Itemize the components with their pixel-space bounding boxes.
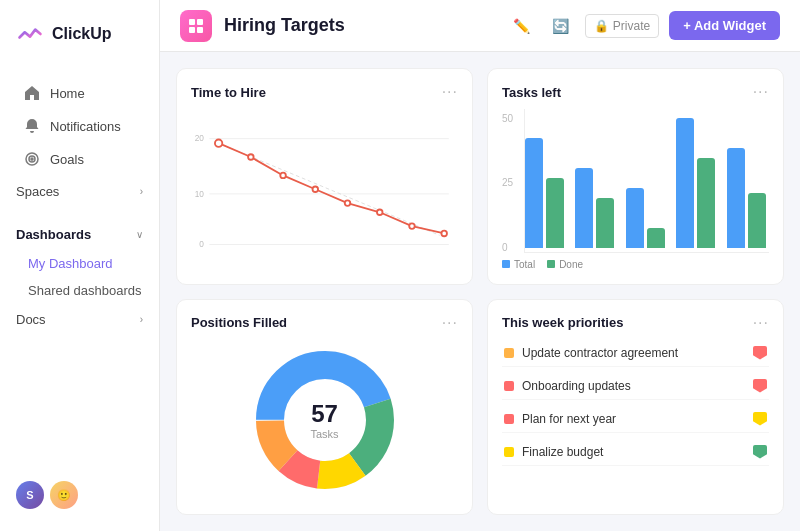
time-to-hire-menu-icon[interactable]: ··· — [442, 83, 458, 101]
priority-flag-2 — [753, 412, 767, 426]
priority-item: Plan for next year — [502, 406, 769, 433]
logo-area: ClickUp — [0, 12, 159, 64]
bar-group-3 — [626, 188, 668, 248]
donut-center: 57 Tasks — [310, 400, 338, 440]
svg-text:0: 0 — [199, 240, 204, 249]
svg-point-18 — [345, 200, 351, 206]
priority-dot-2 — [504, 414, 514, 424]
sidebar-item-goals-label: Goals — [50, 152, 84, 167]
header-left: Hiring Targets — [180, 10, 345, 42]
bar-done-1 — [546, 178, 564, 248]
bell-icon — [24, 118, 40, 134]
avatar-s[interactable]: S — [16, 481, 44, 509]
svg-text:20: 20 — [195, 134, 205, 143]
priorities-menu-icon[interactable]: ··· — [753, 314, 769, 332]
clickup-logo-icon — [16, 20, 44, 48]
priority-left-0: Update contractor agreement — [504, 346, 678, 360]
svg-point-2 — [31, 158, 33, 160]
svg-rect-3 — [189, 19, 195, 25]
add-widget-button[interactable]: + Add Widget — [669, 11, 780, 40]
tasks-left-title: Tasks left — [502, 85, 561, 100]
sidebar-item-notifications[interactable]: Notifications — [8, 110, 151, 142]
edit-button[interactable]: ✏️ — [507, 14, 536, 38]
home-icon — [24, 85, 40, 101]
docs-section[interactable]: Docs › — [0, 304, 159, 335]
svg-point-17 — [313, 186, 319, 192]
chart-legend: Total Done — [502, 259, 769, 270]
positions-filled-menu-icon[interactable]: ··· — [442, 314, 458, 332]
priority-text-0: Update contractor agreement — [522, 346, 678, 360]
sidebar-item-shared-dashboards[interactable]: Shared dashboards — [0, 277, 159, 304]
svg-point-14 — [215, 140, 222, 147]
avatar-2[interactable]: 🙂 — [50, 481, 78, 509]
svg-point-16 — [280, 173, 286, 179]
priority-text-2: Plan for next year — [522, 412, 616, 426]
dashboards-section: Dashboards ∨ My Dashboard Shared dashboa… — [0, 219, 159, 304]
header-actions: ✏️ 🔄 🔒 Private + Add Widget — [507, 11, 780, 40]
priority-text-3: Finalize budget — [522, 445, 603, 459]
lock-icon: 🔒 — [594, 19, 609, 33]
hiring-targets-icon — [180, 10, 212, 42]
donut-label: Tasks — [310, 428, 338, 440]
refresh-button[interactable]: 🔄 — [546, 14, 575, 38]
dashboards-chevron-down-icon: ∨ — [136, 229, 143, 240]
time-to-hire-title: Time to Hire — [191, 85, 266, 100]
priority-item: Onboarding updates — [502, 373, 769, 400]
avatar-area: S 🙂 — [0, 471, 159, 519]
bar-total-3 — [626, 188, 644, 248]
sidebar-item-my-dashboard[interactable]: My Dashboard — [0, 250, 159, 277]
y-label-50: 50 — [502, 113, 520, 124]
priority-flag-1 — [753, 379, 767, 393]
target-icon — [24, 151, 40, 167]
sidebar-item-notifications-label: Notifications — [50, 119, 121, 134]
spaces-section[interactable]: Spaces › — [0, 176, 159, 207]
dashboards-section-header[interactable]: Dashboards ∨ — [0, 219, 159, 250]
bar-total-2 — [575, 168, 593, 248]
priorities-widget: This week priorities ··· Update contract… — [487, 299, 784, 516]
svg-point-21 — [441, 231, 447, 237]
bar-total-4 — [676, 118, 694, 248]
logo-text: ClickUp — [52, 25, 112, 43]
bar-done-3 — [647, 228, 665, 248]
priorities-title: This week priorities — [502, 315, 623, 330]
svg-point-19 — [377, 210, 383, 216]
bar-group-5 — [727, 148, 769, 248]
bar-group-4 — [676, 118, 718, 248]
sidebar-item-goals[interactable]: Goals — [8, 143, 151, 175]
priority-flag-3 — [753, 445, 767, 459]
bar-group-1 — [525, 138, 567, 248]
positions-filled-title: Positions Filled — [191, 315, 287, 330]
tasks-left-menu-icon[interactable]: ··· — [753, 83, 769, 101]
sidebar-item-home-label: Home — [50, 86, 85, 101]
private-badge: 🔒 Private — [585, 14, 659, 38]
priority-flag-0 — [753, 346, 767, 360]
sidebar-item-home[interactable]: Home — [8, 77, 151, 109]
positions-filled-widget: Positions Filled ··· — [176, 299, 473, 516]
page-title: Hiring Targets — [224, 15, 345, 36]
svg-point-15 — [248, 154, 254, 160]
priorities-list: Update contractor agreement Onboarding u… — [502, 340, 769, 501]
svg-rect-5 — [189, 27, 195, 33]
nav-main: Home Notifications Goals — [0, 76, 159, 176]
svg-point-20 — [409, 223, 415, 229]
donut-number: 57 — [310, 400, 338, 428]
line-chart-svg: 20 10 0 — [191, 109, 458, 270]
svg-rect-4 — [197, 19, 203, 25]
docs-label: Docs — [16, 312, 46, 327]
svg-rect-6 — [197, 27, 203, 33]
time-to-hire-widget: Time to Hire ··· 20 10 0 — [176, 68, 473, 285]
bar-total-1 — [525, 138, 543, 248]
svg-text:10: 10 — [195, 190, 205, 199]
page-header: Hiring Targets ✏️ 🔄 🔒 Private + Add Widg… — [160, 0, 800, 52]
grid-icon — [187, 17, 205, 35]
priority-left-3: Finalize budget — [504, 445, 603, 459]
bar-group-2 — [575, 168, 617, 248]
priority-left-1: Onboarding updates — [504, 379, 631, 393]
y-label-25: 25 — [502, 177, 520, 188]
bar-done-5 — [748, 193, 766, 248]
priorities-header: This week priorities ··· — [502, 314, 769, 332]
legend-total-label: Total — [514, 259, 535, 270]
priority-item: Update contractor agreement — [502, 340, 769, 367]
y-label-0: 0 — [502, 242, 520, 253]
priority-item: Finalize budget — [502, 439, 769, 466]
